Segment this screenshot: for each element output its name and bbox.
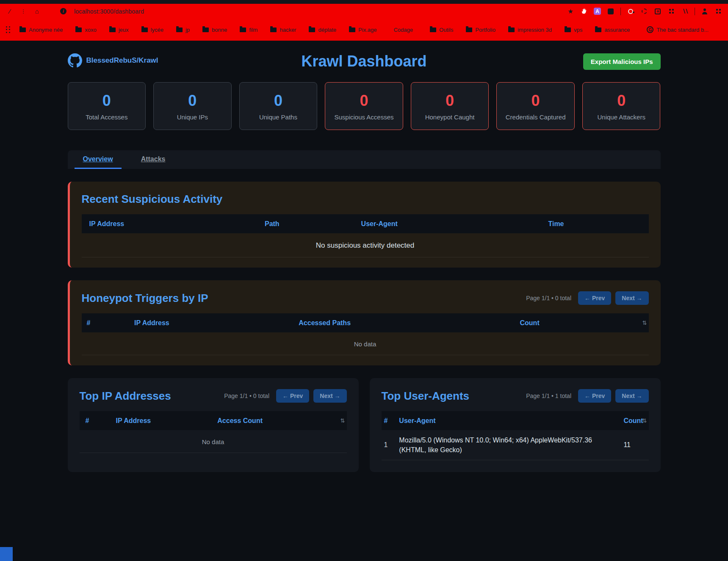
bookmark-folder[interactable]: Pix.age [349, 27, 376, 33]
col-rank: # [80, 417, 114, 425]
folder-icon [141, 28, 148, 32]
top-ips-empty-state: No data [80, 430, 347, 453]
next-button[interactable]: Next → [615, 389, 648, 403]
bookmark-folder-list-2: Outils Portfolio impression 3d vps [430, 27, 642, 33]
dashed-circle-icon[interactable] [642, 8, 647, 14]
honeypot-pager: Page 1/1 • 0 total ← Prev Next → [526, 291, 648, 305]
bookmark-apps-icon[interactable] [6, 26, 10, 33]
folder-icon [508, 28, 515, 32]
bookmark-label: Pix.age [358, 27, 376, 33]
bookmark-folder[interactable]: impression 3d [508, 27, 552, 33]
hand-extension-icon[interactable] [580, 8, 588, 15]
site-info-icon[interactable]: i [60, 8, 66, 14]
stat-label: Unique Attackers [598, 113, 645, 121]
toolbar-separator [620, 8, 621, 15]
bookmark-folder[interactable]: Outils [430, 27, 453, 33]
honeypot-triggers-panel: Honeypot Triggers by IP Page 1/1 • 0 tot… [68, 280, 661, 365]
stat-label: Total Accesses [86, 113, 127, 121]
sort-icon[interactable]: ⇅ [641, 417, 649, 424]
next-button[interactable]: Next → [615, 291, 648, 305]
next-button[interactable]: Next → [313, 389, 346, 403]
stat-value: 0 [531, 92, 540, 110]
repo-name: BlessedRebuS/Krawl [86, 56, 158, 65]
bookmark-label: jeux [119, 27, 129, 33]
col-access-count: Access Count [216, 417, 333, 425]
dark-extension-icon[interactable] [608, 8, 614, 14]
stat-label: Honeypot Caught [425, 113, 475, 121]
bookmark-folder[interactable]: lycée [141, 27, 163, 33]
page-info: Page 1/1 • 0 total [526, 295, 571, 301]
recent-suspicious-activity-panel: Recent Suspicious Activity IP Address Pa… [68, 182, 661, 268]
repo-link[interactable]: BlessedRebuS/Krawl [68, 53, 158, 68]
stat-label: Unique Paths [259, 113, 297, 121]
section-title: Recent Suspicious Activity [82, 193, 649, 206]
bookmark-folder[interactable]: xoxo [75, 27, 96, 33]
record-icon[interactable] [628, 9, 633, 14]
edit-icon[interactable]: ∕ [6, 8, 14, 15]
home-icon[interactable]: ⌂ [33, 8, 41, 15]
export-malicious-ips-button[interactable]: Export Malicious IPs [583, 53, 661, 70]
apps-grid-icon[interactable] [669, 9, 674, 14]
tab-overview[interactable]: Overview [75, 150, 122, 169]
top-agents-rows: 1 Mozilla/5.0 (Windows NT 10.0; Win64; x… [382, 430, 649, 460]
bookmark-folder[interactable]: hacker [270, 27, 296, 33]
bookmark-folder[interactable]: jeux [109, 27, 129, 33]
prev-button[interactable]: ← Prev [578, 389, 611, 403]
translate-icon[interactable]: a [655, 8, 661, 14]
bookmark-folder[interactable]: assurance [595, 27, 630, 33]
folder-icon [349, 28, 355, 32]
bookmark-star-icon[interactable]: ★ [567, 8, 574, 15]
bookmark-folder[interactable]: vps [565, 27, 582, 33]
prev-button[interactable]: ← Prev [578, 291, 611, 305]
folder-icon [270, 28, 277, 32]
stat-label: Credentials Captured [506, 113, 566, 121]
bookmark-gdoc[interactable]: G The bac standard b... [647, 26, 709, 33]
top-ips-table-header: # IP Address Access Count ⇅ [80, 411, 347, 430]
stat-card: 0 Suspicious Accesses [325, 82, 403, 130]
bookmark-folder[interactable]: déplate [309, 27, 336, 33]
strikes-icon[interactable]: ∖∖ [681, 8, 689, 15]
os-top-strip [0, 0, 728, 4]
col-count: Count [622, 417, 640, 425]
top-agents-pager: Page 1/1 • 1 total ← Prev Next → [526, 389, 648, 403]
page-info: Page 1/1 • 1 total [526, 392, 571, 399]
bookmark-plain[interactable]: Codage [393, 27, 413, 33]
more-icon[interactable]: ⋮ [19, 8, 27, 15]
col-count: Count [518, 319, 632, 327]
bookmark-label: Anonyme née [29, 27, 63, 33]
bookmark-folder[interactable]: film [240, 27, 257, 33]
bookmark-label: Codage [393, 27, 413, 33]
bookmark-folder[interactable]: Anonyme née [19, 27, 63, 33]
sort-icon[interactable]: ⇅ [333, 417, 347, 424]
page-info: Page 1/1 • 0 total [224, 392, 269, 399]
folder-icon [109, 28, 116, 32]
github-logo-icon [68, 53, 82, 68]
bookmark-label: lycée [151, 27, 163, 33]
col-user-agent: User-Agent [360, 220, 547, 228]
bookmarks-bar: Anonyme née xoxo jeux lycée [0, 19, 728, 41]
bookmark-folder[interactable]: bonne [202, 27, 227, 33]
col-accessed-paths: Accessed Paths [297, 319, 518, 327]
section-title: Honeypot Triggers by IP [82, 292, 208, 305]
address-bar-url[interactable]: localhost:3000/dashboard [74, 8, 144, 15]
browser-chrome: ∕ ⋮ ⌂ i localhost:3000/dashboard ★ A a ∖… [0, 4, 728, 41]
folder-icon [565, 28, 571, 32]
bookmark-label: The bac standard b... [656, 27, 709, 33]
profile-icon[interactable] [702, 8, 708, 14]
col-path: Path [263, 220, 360, 228]
reader-a-extension-icon[interactable]: A [594, 8, 601, 15]
row-user-agent: Mozilla/5.0 (Windows NT 10.0; Win64; x64… [397, 435, 615, 455]
stat-value: 0 [188, 92, 197, 110]
tab-attacks[interactable]: Attacks [133, 150, 174, 169]
prev-button[interactable]: ← Prev [276, 389, 309, 403]
stat-card: 0 Credentials Captured [496, 82, 575, 130]
folder-icon [176, 28, 183, 32]
bookmark-folder[interactable]: Portfolio [466, 27, 495, 33]
bookmark-folder[interactable]: jp [176, 27, 190, 33]
bookmark-label: bonne [212, 27, 227, 33]
sort-icon[interactable]: ⇅ [631, 320, 648, 326]
stat-card: 0 Honeypot Caught [411, 82, 489, 130]
bookmark-folder-list: Anonyme née xoxo jeux lycée [19, 27, 389, 33]
menu-icon[interactable] [716, 9, 721, 14]
bookmark-label: hacker [280, 27, 296, 33]
